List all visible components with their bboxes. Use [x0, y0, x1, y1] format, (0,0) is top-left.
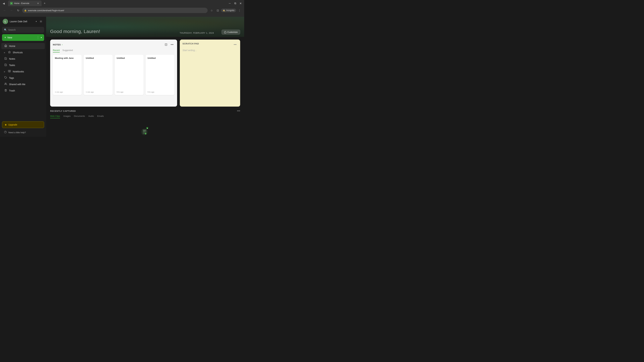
scratch-pad-placeholder: Start writing...: [182, 49, 197, 52]
recently-captured-title: RECENTLY CAPTURED: [50, 110, 76, 112]
close-window-button[interactable]: ✕: [238, 1, 243, 6]
user-avatar: L: [3, 19, 8, 24]
note-timestamp: 1 min ago: [86, 91, 110, 93]
svg-text:★: ★: [145, 133, 146, 134]
scratch-pad-title: SCRATCH PAD: [182, 42, 199, 45]
notes-widget-title: NOTES: [53, 43, 61, 46]
sidebar-item-tags[interactable]: Tags: [1, 75, 45, 81]
notes-widget: NOTES › •••: [50, 39, 177, 107]
note-body: [117, 61, 142, 90]
notes-title-arrow-icon: ›: [62, 43, 62, 46]
sidebar-item-tasks[interactable]: Tasks: [1, 62, 45, 68]
trash-icon: [4, 89, 8, 92]
app-container: L Lauren Dale Deli ▾ 🔍 Search + New ▾: [0, 17, 244, 137]
scratch-pad-more-button[interactable]: •••: [233, 42, 238, 47]
browser-chrome: ◀ Home - Evernote ✕ + ─ ⧉ ✕ ← → ↻ 🔒 ever…: [0, 0, 244, 17]
svg-point-1: [40, 21, 41, 22]
note-card[interactable]: Untitled 1 min ago: [84, 55, 112, 95]
recently-captured-more-button[interactable]: •••: [237, 109, 240, 113]
sidebar-trash-label: Trash: [9, 89, 15, 92]
upgrade-star-icon: ★: [4, 123, 7, 126]
active-browser-tab[interactable]: Home - Evernote ✕: [8, 0, 42, 6]
notes-add-button[interactable]: [164, 42, 168, 47]
note-body: [86, 61, 110, 90]
tab-audio[interactable]: Audio: [88, 115, 94, 118]
address-bar[interactable]: 🔒 evernote.com/client/web?login=true#/: [22, 8, 208, 13]
tab-close-button[interactable]: ✕: [36, 2, 40, 5]
main-content: Good morning, Lauren! THURSDAY, FEBRUARY…: [46, 17, 244, 137]
shortcuts-icon: [8, 51, 11, 54]
tab-web-clips[interactable]: Web Clips: [50, 115, 60, 118]
notes-widget-actions: •••: [164, 42, 174, 47]
user-dropdown-icon[interactable]: ▾: [36, 20, 37, 23]
notes-grid: Meeting with Jane 1 min ago Untitled 1 m…: [53, 55, 174, 95]
user-name-label: Lauren Dale Deli: [10, 20, 34, 23]
notes-title-row[interactable]: NOTES ›: [53, 43, 62, 46]
sidebar-header: L Lauren Dale Deli ▾: [0, 17, 46, 26]
sidebar-notes-label: Notes: [9, 57, 15, 60]
tab-suggested[interactable]: Suggested: [62, 49, 73, 52]
window-controls: ─ ⧉ ✕: [228, 1, 243, 6]
tab-title: Home - Evernote: [14, 2, 35, 4]
sidebar-item-home[interactable]: Home: [1, 43, 45, 49]
search-bar[interactable]: 🔍 Search: [2, 27, 44, 33]
note-card[interactable]: Untitled 9 hr ago: [115, 55, 144, 95]
hero-greeting-area: Good morning, Lauren!: [46, 29, 244, 37]
sidebar-shortcuts-label: Shortcuts: [13, 51, 23, 54]
tab-emails[interactable]: Emails: [97, 115, 104, 118]
sidebar-item-trash[interactable]: Trash: [1, 88, 45, 94]
minimize-button[interactable]: ─: [228, 1, 232, 6]
tags-icon: [4, 76, 8, 80]
tab-favicon-icon: [10, 2, 13, 5]
new-tab-button[interactable]: +: [42, 1, 47, 6]
search-icon: 🔍: [4, 28, 7, 31]
note-card[interactable]: Meeting with Jane 1 min ago: [53, 55, 82, 95]
note-timestamp: 9 hr ago: [117, 91, 142, 93]
sidebar-home-label: Home: [9, 45, 15, 47]
reload-button[interactable]: ↻: [16, 8, 21, 13]
url-text: evernote.com/client/web?login=true#/: [28, 9, 64, 12]
help-circle-icon: [4, 131, 7, 134]
browser-tabs-bar: ◀ Home - Evernote ✕ + ─ ⧉ ✕: [0, 0, 244, 7]
split-screen-button[interactable]: ⊡: [215, 8, 220, 13]
tab-recent[interactable]: Recent: [53, 49, 60, 52]
tab-images[interactable]: Images: [64, 115, 70, 118]
captured-empty-state: ★ ★: [50, 118, 240, 137]
new-note-plus-icon: +: [4, 36, 6, 39]
toolbar-actions: ☆ ⊡ 🕵 Incognito ⋮: [209, 8, 242, 13]
new-note-label: New: [8, 36, 36, 39]
upgrade-button[interactable]: ★ Upgrade: [2, 121, 44, 128]
forward-button[interactable]: →: [9, 8, 14, 13]
scratch-pad-content[interactable]: Start writing...: [182, 49, 238, 52]
new-button-dropdown-icon[interactable]: ▾: [41, 36, 42, 39]
maximize-button[interactable]: ⧉: [233, 1, 238, 6]
sidebar-item-notebooks[interactable]: ▶ Notebooks: [1, 68, 45, 75]
scratch-pad-widget: SCRATCH PAD ••• Start writing...: [180, 39, 240, 107]
help-button[interactable]: Need a little help?: [1, 129, 45, 135]
sidebar-item-notes[interactable]: Notes: [1, 56, 45, 62]
tab-back-button[interactable]: ◀: [1, 1, 6, 6]
more-options-button[interactable]: ⋮: [237, 8, 242, 13]
tab-documents[interactable]: Documents: [74, 115, 85, 118]
bookmark-button[interactable]: ☆: [209, 8, 214, 13]
scratch-pad-header: SCRATCH PAD •••: [182, 42, 238, 47]
sidebar-notebooks-label: Notebooks: [13, 70, 24, 73]
home-icon: [4, 44, 8, 48]
note-timestamp: 1 min ago: [55, 91, 80, 93]
sidebar-item-shared[interactable]: Shared with Me: [1, 81, 45, 87]
notebooks-expand-icon: ▶: [4, 71, 5, 72]
note-timestamp: 9 hr ago: [148, 91, 172, 93]
notes-more-button[interactable]: •••: [170, 42, 174, 47]
sidebar-item-shortcuts[interactable]: ▶ Shortcuts: [1, 49, 45, 55]
svg-text:★: ★: [147, 128, 148, 129]
settings-button[interactable]: [38, 19, 44, 24]
svg-rect-13: [143, 131, 145, 131]
note-card[interactable]: Untitled 9 hr ago: [146, 55, 174, 95]
browser-toolbar: ← → ↻ 🔒 evernote.com/client/web?login=tr…: [0, 7, 244, 14]
help-label: Need a little help?: [8, 131, 26, 134]
captured-illustration: ★ ★: [138, 124, 152, 137]
new-note-button[interactable]: + New ▾: [2, 34, 44, 41]
sidebar-tasks-label: Tasks: [9, 64, 15, 66]
upgrade-label: Upgrade: [8, 123, 17, 126]
back-button[interactable]: ←: [2, 8, 8, 13]
